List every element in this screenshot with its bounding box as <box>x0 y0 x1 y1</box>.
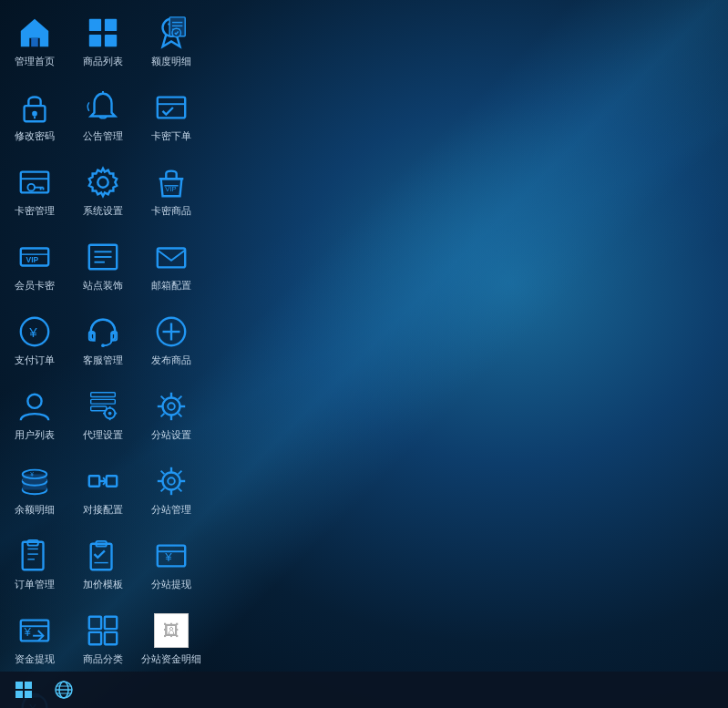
email-icon <box>152 238 190 276</box>
svg-text:VIP: VIP <box>26 255 38 264</box>
icon-pay-order[interactable]: ¥ 支付订单 <box>0 303 68 377</box>
svg-point-56 <box>168 404 175 411</box>
icon-balance-detail[interactable]: ¥ 余额明细 <box>0 452 68 527</box>
icon-product-category[interactable]: 商品分类 <box>68 601 137 676</box>
svg-rect-109 <box>25 691 32 698</box>
icon-change-password[interactable]: 修改密码 <box>0 78 68 153</box>
connect-icon <box>84 462 122 500</box>
icon-customer-service[interactable]: 客服管理 <box>68 303 137 377</box>
icon-order-manage[interactable]: 订单管理 <box>0 527 68 601</box>
svg-point-75 <box>168 478 175 486</box>
svg-point-14 <box>32 111 37 117</box>
svg-rect-107 <box>25 682 32 689</box>
svg-point-74 <box>162 473 179 490</box>
svg-line-82 <box>178 471 181 475</box>
icon-fund-withdraw[interactable]: ¥ 资金提现 <box>0 601 68 676</box>
icon-home-label: 管理首页 <box>15 56 55 67</box>
icon-publish-product-label: 发布商品 <box>151 354 191 366</box>
svg-rect-46 <box>90 393 115 397</box>
icon-markup-template[interactable]: 加价模板 <box>68 527 137 601</box>
icon-connect-config-label: 对接配置 <box>83 504 123 516</box>
svg-point-55 <box>162 398 179 416</box>
icon-card-product[interactable]: VIP 卡密商品 <box>137 153 205 228</box>
icon-branch-settings[interactable]: 分站设置 <box>137 377 205 452</box>
svg-rect-4 <box>104 35 116 46</box>
icon-branch-withdraw-label: 分站提现 <box>151 579 191 590</box>
svg-rect-17 <box>157 97 184 118</box>
svg-rect-99 <box>88 617 100 629</box>
icon-account-detail-label: 额度明细 <box>151 56 191 67</box>
icon-markup-template-label: 加价模板 <box>83 579 123 590</box>
start-button[interactable] <box>5 673 42 706</box>
headset-icon <box>84 313 122 351</box>
svg-line-81 <box>178 488 181 492</box>
category-icon <box>84 611 122 650</box>
icon-branch-settings-label: 分站设置 <box>151 429 191 441</box>
icon-member-card[interactable]: VIP 会员卡密 <box>0 228 68 303</box>
svg-point-21 <box>27 184 35 191</box>
icon-card-manage-label: 卡密管理 <box>15 205 55 217</box>
svg-line-63 <box>178 396 181 400</box>
svg-rect-102 <box>104 632 116 644</box>
icon-card-manage[interactable]: 卡密管理 <box>0 153 68 228</box>
svg-point-50 <box>108 412 111 416</box>
icon-card-product-label: 卡密商品 <box>151 205 191 217</box>
icon-balance-detail-label: 余额明细 <box>15 504 55 516</box>
svg-rect-3 <box>88 35 100 46</box>
vip-card-icon: VIP <box>15 238 54 276</box>
list-lines-icon <box>84 238 122 276</box>
svg-text:¥: ¥ <box>28 324 37 340</box>
icon-email-config[interactable]: 邮箱配置 <box>137 228 205 303</box>
yuan-circle-icon: ¥ <box>15 313 54 351</box>
svg-line-64 <box>160 414 164 417</box>
order-icon <box>15 537 54 575</box>
icon-email-config-label: 邮箱配置 <box>151 280 191 292</box>
icon-publish-product[interactable]: 发布商品 <box>137 303 205 377</box>
icon-agent-settings-label: 代理设置 <box>83 429 123 441</box>
icon-user-list[interactable]: 用户列表 <box>0 377 68 452</box>
icon-site-decor[interactable]: 站点装饰 <box>68 228 137 303</box>
svg-point-45 <box>27 395 41 408</box>
icon-branch-withdraw[interactable]: ¥ 分站提现 <box>137 527 205 601</box>
bell-icon <box>84 88 122 127</box>
icon-notice[interactable]: 公告管理 <box>68 78 137 153</box>
taskbar <box>0 672 728 708</box>
svg-rect-2 <box>104 19 116 31</box>
icon-agent-settings[interactable]: 代理设置 <box>68 377 137 452</box>
icon-product-list-label: 商品列表 <box>83 56 123 67</box>
svg-text:¥: ¥ <box>30 472 34 478</box>
gear-icon <box>84 163 122 201</box>
yuan-withdraw-icon: ¥ <box>152 537 190 575</box>
svg-rect-100 <box>104 617 116 629</box>
icon-system-settings[interactable]: 系统设置 <box>68 153 137 228</box>
svg-line-80 <box>160 471 164 475</box>
icon-card-order[interactable]: 卡密下单 <box>137 78 205 153</box>
branch-manage-icon <box>152 462 190 500</box>
svg-rect-108 <box>15 691 23 698</box>
svg-point-41 <box>101 344 105 348</box>
svg-rect-36 <box>157 249 184 268</box>
icon-order-manage-label: 订单管理 <box>15 579 55 590</box>
icon-product-list[interactable]: 商品列表 <box>68 4 137 78</box>
icon-fund-withdraw-label: 资金提现 <box>15 653 55 665</box>
svg-line-83 <box>160 488 164 492</box>
grid-icon <box>84 14 122 52</box>
svg-rect-89 <box>90 544 111 570</box>
svg-point-25 <box>97 178 108 188</box>
icon-account-detail[interactable]: 额度明细 <box>137 4 205 78</box>
lock-icon <box>15 88 54 127</box>
svg-line-62 <box>178 414 181 417</box>
svg-rect-71 <box>88 477 98 487</box>
icon-change-password-label: 修改密码 <box>15 130 55 142</box>
svg-rect-101 <box>88 632 100 644</box>
icon-branch-fund-detail[interactable]: 🖼 分站资金明细 <box>137 601 205 676</box>
icon-connect-config[interactable]: 对接配置 <box>68 452 137 527</box>
card-check-icon <box>152 88 190 127</box>
icon-home[interactable]: 管理首页 <box>0 4 68 78</box>
desktop-icon-grid: 管理首页 商品列表 <box>0 0 205 708</box>
coins-icon: ¥ <box>15 462 54 500</box>
icon-branch-manage-label: 分站管理 <box>151 504 191 516</box>
ie-button[interactable] <box>46 673 82 706</box>
svg-rect-48 <box>90 406 106 411</box>
icon-branch-manage[interactable]: 分站管理 <box>137 452 205 527</box>
